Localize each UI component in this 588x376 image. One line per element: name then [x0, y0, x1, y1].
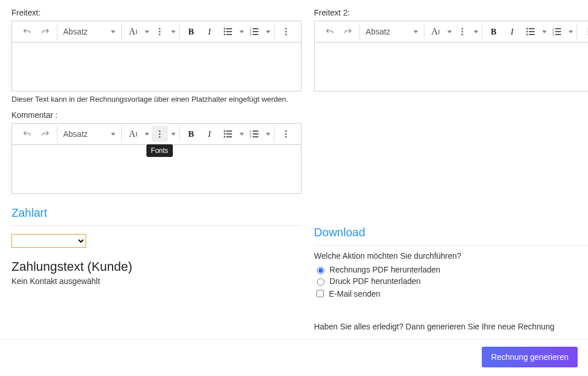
freitext-editor: Absatz AI B I — [11, 21, 301, 91]
chevron-down-icon[interactable] — [474, 30, 478, 33]
svg-text:3: 3 — [552, 33, 554, 36]
chevron-down-icon[interactable] — [239, 30, 244, 33]
zahlart-heading: Zahlart — [11, 206, 301, 223]
radio-druck-pdf[interactable]: Druck PDF herunterladen — [314, 277, 588, 286]
chevron-down-icon[interactable] — [266, 30, 270, 33]
number-list-icon[interactable]: 123 — [246, 126, 262, 142]
freitext2-toolbar: Absatz AI B I — [315, 21, 588, 43]
overflow-icon[interactable] — [278, 24, 294, 40]
chevron-down-icon[interactable] — [266, 133, 270, 136]
svg-rect-14 — [253, 34, 258, 35]
font-size-icon[interactable]: AI — [428, 24, 444, 40]
svg-rect-50 — [555, 34, 561, 35]
svg-text:3: 3 — [250, 135, 252, 138]
radio-rechnungs-pdf-label: Rechnungs PDF herunterladen — [330, 265, 440, 274]
svg-point-35 — [285, 136, 287, 138]
bold-button[interactable]: B — [486, 24, 502, 40]
svg-point-5 — [223, 31, 225, 33]
generate-button[interactable]: Rechnung generieren — [482, 347, 578, 367]
number-list-icon[interactable]: 123 — [549, 24, 565, 40]
italic-button[interactable]: I — [202, 126, 218, 142]
chevron-down-icon[interactable] — [171, 30, 176, 33]
freitext-textarea[interactable] — [12, 43, 301, 91]
italic-button[interactable]: I — [504, 24, 520, 40]
check-email-input[interactable] — [316, 290, 324, 297]
svg-point-37 — [461, 31, 463, 33]
chevron-down-icon[interactable] — [145, 133, 149, 136]
zahlart-select[interactable] — [11, 234, 86, 248]
svg-rect-30 — [253, 133, 258, 135]
no-contact-text: Kein Kontakt ausgewählt — [11, 277, 301, 286]
more-icon[interactable] — [152, 24, 168, 40]
svg-point-20 — [158, 136, 160, 138]
format-select[interactable]: Absatz — [61, 24, 118, 40]
italic-button[interactable]: I — [202, 24, 218, 40]
font-size-icon[interactable]: AI — [125, 126, 141, 142]
download-question: Welche Aktion möchten Sie durchführen? — [314, 251, 588, 260]
font-size-icon[interactable]: AI — [125, 24, 141, 40]
freitext2-textarea[interactable] — [315, 43, 588, 91]
radio-druck-pdf-input[interactable] — [317, 278, 324, 286]
kommentar-toolbar: Absatz AI Fonts B I — [12, 124, 301, 145]
svg-rect-42 — [529, 31, 535, 32]
chevron-down-icon — [413, 30, 418, 33]
number-list-icon[interactable]: 123 — [246, 24, 262, 40]
overflow-icon[interactable] — [278, 126, 294, 142]
svg-point-19 — [158, 133, 160, 135]
svg-point-41 — [526, 31, 528, 33]
bullet-list-icon[interactable] — [220, 126, 236, 142]
redo-icon[interactable] — [37, 24, 53, 40]
svg-rect-6 — [226, 31, 232, 32]
check-email-label: E-Mail senden — [329, 289, 381, 298]
svg-point-15 — [285, 28, 287, 30]
redo-icon[interactable] — [37, 126, 53, 142]
chevron-down-icon[interactable] — [542, 30, 547, 33]
redo-icon[interactable] — [340, 24, 356, 40]
bullet-list-icon[interactable] — [523, 24, 539, 40]
svg-point-21 — [223, 131, 225, 132]
svg-point-16 — [285, 31, 287, 33]
undo-icon[interactable] — [19, 126, 35, 142]
download-heading[interactable]: Download — [314, 226, 588, 243]
bold-button[interactable]: B — [183, 126, 199, 142]
svg-point-25 — [223, 136, 225, 138]
kommentar-label: Kommentar : — [11, 110, 301, 120]
svg-rect-48 — [555, 31, 561, 32]
format-select[interactable]: Absatz — [61, 126, 118, 142]
chevron-down-icon[interactable] — [447, 30, 452, 33]
svg-text:3: 3 — [250, 33, 252, 36]
radio-rechnungs-pdf-input[interactable] — [317, 267, 324, 274]
svg-point-39 — [526, 28, 528, 30]
undo-icon[interactable] — [322, 24, 338, 40]
kommentar-editor: Absatz AI Fonts B I — [11, 123, 301, 194]
format-select-label: Absatz — [63, 129, 88, 139]
overflow-icon[interactable] — [581, 24, 588, 40]
fonts-button[interactable]: Fonts — [152, 126, 168, 142]
radio-rechnungs-pdf[interactable]: Rechnungs PDF herunterladen — [314, 265, 588, 274]
undo-icon[interactable] — [19, 24, 35, 40]
chevron-down-icon[interactable] — [239, 133, 244, 136]
format-select[interactable]: Absatz — [363, 24, 420, 40]
bold-button[interactable]: B — [183, 24, 199, 40]
more-icon[interactable] — [454, 24, 470, 40]
chevron-down-icon — [111, 133, 115, 136]
format-select-label: Absatz — [63, 27, 88, 36]
svg-rect-44 — [529, 34, 535, 35]
svg-point-36 — [461, 28, 463, 30]
fonts-tooltip: Fonts — [146, 144, 173, 157]
chevron-down-icon[interactable] — [568, 30, 573, 33]
chevron-down-icon[interactable] — [171, 133, 176, 136]
svg-point-38 — [461, 34, 463, 36]
chevron-down-icon[interactable] — [145, 30, 149, 33]
svg-point-1 — [158, 31, 160, 33]
bullet-list-icon[interactable] — [220, 24, 236, 40]
svg-rect-8 — [226, 34, 232, 35]
format-select-label: Absatz — [366, 27, 390, 36]
svg-point-34 — [285, 133, 287, 135]
check-email[interactable]: E-Mail senden — [314, 288, 588, 299]
radio-druck-pdf-label: Druck PDF herunterladen — [330, 277, 421, 286]
zahlungstext-heading: Zahlungstext (Kunde) — [11, 259, 301, 274]
svg-rect-40 — [529, 28, 535, 29]
freitext-label: Freitext: — [11, 8, 301, 17]
svg-point-43 — [526, 34, 528, 36]
